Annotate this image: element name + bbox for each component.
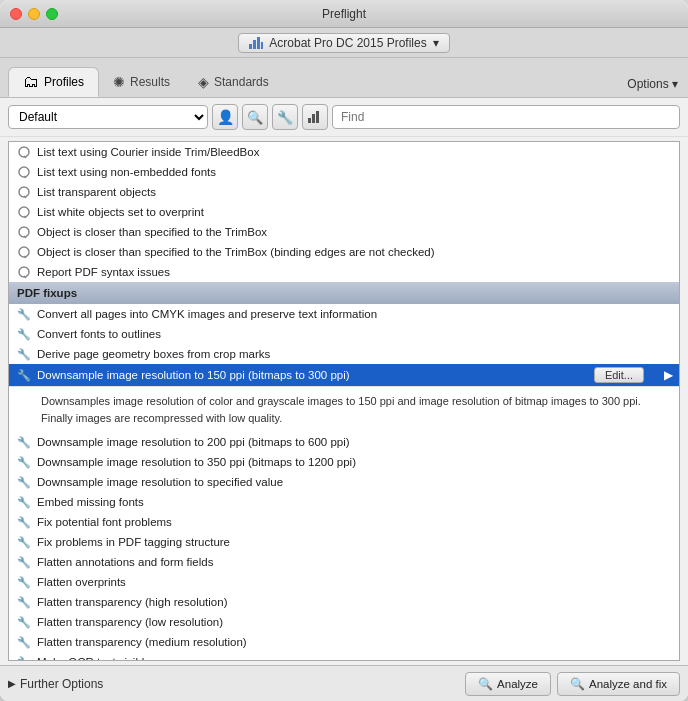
list-item[interactable]: List transparent objects — [9, 182, 679, 202]
item-text: List transparent objects — [37, 186, 156, 198]
wrench-icon: 🔧 — [15, 305, 33, 323]
tab-results[interactable]: ✺ Results — [99, 67, 184, 97]
wrench-icon: 🔧 — [15, 613, 33, 631]
section-header-label: PDF fixups — [17, 287, 77, 299]
item-text: Downsample image resolution to 200 ppi (… — [37, 436, 350, 448]
title-bar: Preflight — [0, 0, 688, 28]
edit-profile-icon: 👤 — [217, 109, 234, 125]
wrench-icon: 🔧 — [15, 433, 33, 451]
settings-button[interactable]: 🔧 — [272, 104, 298, 130]
profile-dropdown[interactable]: Acrobat Pro DC 2015 Profiles ▾ — [238, 33, 449, 53]
wrench-icon: 🔧 — [277, 110, 293, 125]
analyze-search-icon: 🔍 — [478, 677, 493, 691]
options-label: Options ▾ — [627, 77, 678, 91]
item-text: Object is closer than specified to the T… — [37, 226, 267, 238]
profile-dropdown-arrow: ▾ — [433, 36, 439, 50]
tab-profiles-label: Profiles — [44, 75, 84, 89]
further-options-button[interactable]: ▶ Further Options — [8, 677, 103, 691]
expand-arrow-icon: ▶ — [664, 368, 673, 382]
minimize-button[interactable] — [28, 8, 40, 20]
profile-select[interactable]: Default — [8, 105, 208, 129]
item-text: Convert fonts to outlines — [37, 328, 161, 340]
list-item[interactable]: 🔧 Flatten transparency (low resolution) — [9, 612, 679, 632]
search-icon: 🔍 — [247, 110, 263, 125]
list-item[interactable]: Object is closer than specified to the T… — [9, 222, 679, 242]
list-item[interactable]: Report PDF syntax issues — [9, 262, 679, 282]
list-item[interactable]: 🔧 Flatten annotations and form fields — [9, 552, 679, 572]
wrench-icon: 🔧 — [15, 473, 33, 491]
tab-results-label: Results — [130, 75, 170, 89]
list-item[interactable]: 🔧 Flatten transparency (medium resolutio… — [9, 632, 679, 652]
list-item[interactable]: List text using non-embedded fonts — [9, 162, 679, 182]
wrench-icon: 🔧 — [15, 633, 33, 651]
item-text: List text using Courier inside Trim/Blee… — [37, 146, 259, 158]
list-item[interactable]: 🔧 Downsample image resolution to 350 ppi… — [9, 452, 679, 472]
item-text: Flatten transparency (high resolution) — [37, 596, 228, 608]
list-item[interactable]: 🔧 Convert fonts to outlines — [9, 324, 679, 344]
list-item[interactable]: 🔧 Fix problems in PDF tagging structure — [9, 532, 679, 552]
check-icon — [15, 183, 33, 201]
main-content: List text using Courier inside Trim/Blee… — [8, 141, 680, 661]
further-options-label: Further Options — [20, 677, 103, 691]
wrench-icon: 🔧 — [15, 593, 33, 611]
action-buttons: 🔍 Analyze 🔍 Analyze and fix — [465, 672, 680, 696]
item-text: Flatten annotations and form fields — [37, 556, 213, 568]
list-item[interactable]: 🔧 Flatten transparency (high resolution) — [9, 592, 679, 612]
list-item[interactable]: 🔧 Derive page geometry boxes from crop m… — [9, 344, 679, 364]
item-text: Convert all pages into CMYK images and p… — [37, 308, 377, 320]
wrench-icon: 🔧 — [15, 513, 33, 531]
wrench-icon: 🔧 — [15, 345, 33, 363]
search-button[interactable]: 🔍 — [242, 104, 268, 130]
window-title: Preflight — [322, 7, 366, 21]
list-item[interactable]: List white objects set to overprint — [9, 202, 679, 222]
item-text: List text using non-embedded fonts — [37, 166, 216, 178]
list-item[interactable]: Object is closer than specified to the T… — [9, 242, 679, 262]
edit-button[interactable]: Edit... — [594, 367, 644, 383]
svg-point-10 — [19, 247, 29, 257]
wrench-icon: 🔧 — [15, 325, 33, 343]
item-text: Report PDF syntax issues — [37, 266, 170, 278]
list-item[interactable]: List text using Courier inside Trim/Blee… — [9, 142, 679, 162]
check-icon — [15, 223, 33, 241]
selected-item-container: 🔧 Downsample image resolution to 150 ppi… — [9, 364, 679, 432]
wrench-icon: 🔧 — [15, 366, 33, 384]
options-button[interactable]: Options ▾ — [627, 77, 678, 91]
item-text: Embed missing fonts — [37, 496, 144, 508]
list-item[interactable]: 🔧 Flatten overprints — [9, 572, 679, 592]
svg-point-6 — [19, 207, 29, 217]
tab-standards[interactable]: ◈ Standards — [184, 67, 283, 97]
svg-point-4 — [19, 187, 29, 197]
profile-dropdown-label: Acrobat Pro DC 2015 Profiles — [269, 36, 426, 50]
list-item[interactable]: 🔧 Convert all pages into CMYK images and… — [9, 304, 679, 324]
svg-point-2 — [19, 167, 29, 177]
list-item[interactable]: 🔧 Embed missing fonts — [9, 492, 679, 512]
item-text: Flatten overprints — [37, 576, 126, 588]
item-description: Downsamples image resolution of color an… — [9, 386, 679, 432]
item-text: Fix potential font problems — [37, 516, 172, 528]
analyze-button[interactable]: 🔍 Analyze — [465, 672, 551, 696]
item-text: Downsample image resolution to 350 ppi (… — [37, 456, 356, 468]
tab-profiles[interactable]: 🗂 Profiles — [8, 67, 99, 97]
list-item[interactable]: 🔧 Fix potential font problems — [9, 512, 679, 532]
bottom-bar: ▶ Further Options 🔍 Analyze 🔍 Analyze an… — [0, 665, 688, 701]
profile-bar-chart-icon — [249, 37, 263, 49]
results-icon: ✺ — [113, 74, 125, 90]
close-button[interactable] — [10, 8, 22, 20]
chevron-right-icon: ▶ — [8, 678, 16, 689]
edit-profile-button[interactable]: 👤 — [212, 104, 238, 130]
chart-button[interactable] — [302, 104, 328, 130]
search-input[interactable] — [332, 105, 680, 129]
analyze-label: Analyze — [497, 678, 538, 690]
list-container[interactable]: List text using Courier inside Trim/Blee… — [9, 142, 679, 660]
selected-list-item[interactable]: 🔧 Downsample image resolution to 150 ppi… — [9, 364, 679, 386]
analyze-fix-button[interactable]: 🔍 Analyze and fix — [557, 672, 680, 696]
maximize-button[interactable] — [46, 8, 58, 20]
description-text: Downsamples image resolution of color an… — [41, 395, 641, 424]
list-item[interactable]: 🔧 Make OCR text visible — [9, 652, 679, 660]
window: Preflight Acrobat Pro DC 2015 Profiles ▾… — [0, 0, 688, 701]
list-item[interactable]: 🔧 Downsample image resolution to 200 ppi… — [9, 432, 679, 452]
chart-icon — [308, 111, 322, 123]
section-header-pdf-fixups: PDF fixups — [9, 282, 679, 304]
item-text: Make OCR text visible — [37, 656, 151, 660]
list-item[interactable]: 🔧 Downsample image resolution to specifi… — [9, 472, 679, 492]
